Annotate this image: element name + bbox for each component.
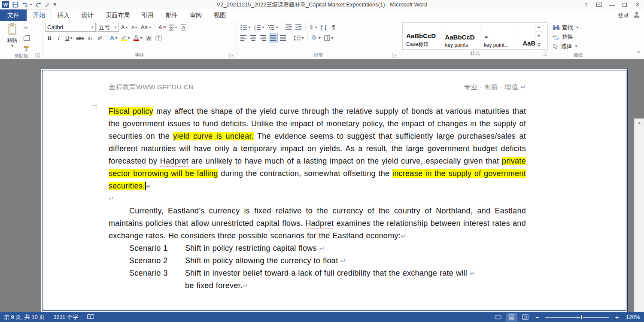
tab-视图[interactable]: 视图	[208, 9, 232, 21]
bold-button[interactable]: B	[45, 33, 54, 43]
save-button[interactable]	[12, 2, 18, 8]
borders-button[interactable]	[323, 33, 335, 43]
print-layout-button[interactable]	[506, 313, 517, 322]
styles-scroll-up-button[interactable]	[535, 23, 542, 32]
increase-indent-button[interactable]	[294, 23, 303, 32]
shrink-font-button[interactable]: A	[130, 23, 139, 32]
zoom-slider-thumb[interactable]	[580, 315, 583, 320]
replace-button[interactable]: ab 替换	[553, 32, 604, 41]
paste-dropdown-icon[interactable]	[11, 45, 14, 47]
copy-button[interactable]	[24, 34, 29, 43]
word-count-indicator[interactable]: 3211 个字	[53, 313, 78, 321]
find-button[interactable]: 查找	[553, 23, 604, 32]
scenario-row[interactable]: Scenario 1Shift in policy restricting ca…	[109, 242, 526, 255]
font-family-combo[interactable]: Calibri	[45, 23, 96, 32]
italic-button[interactable]: I	[55, 33, 63, 43]
scroll-up-button[interactable]	[635, 118, 644, 127]
maximize-button[interactable]	[618, 0, 631, 9]
tab-邮件[interactable]: 邮件	[160, 9, 184, 21]
page-number-indicator[interactable]: 第 9 页, 共 10 页	[4, 313, 45, 321]
zoom-out-button[interactable]: −	[533, 314, 541, 321]
style-item[interactable]: ➢key point...	[480, 23, 519, 49]
paragraph-mark: ↵	[243, 282, 248, 289]
undo-button[interactable]	[22, 2, 32, 7]
shading-button[interactable]	[310, 33, 322, 43]
tab-设计[interactable]: 设计	[76, 9, 100, 21]
styles-more-button[interactable]	[535, 41, 542, 49]
change-case-button[interactable]: Aa	[140, 23, 152, 32]
tab-开始[interactable]: 开始	[27, 9, 52, 21]
superscript-button[interactable]: x²	[95, 33, 104, 43]
ribbon-tab-list: 开始插入设计页面布局引用邮件审阅视图	[27, 9, 232, 21]
paragraph[interactable]: Fiscal policy may affect the shape of th…	[109, 105, 526, 192]
asian-layout-button[interactable]: 文	[308, 23, 319, 32]
ribbon-display-options-button[interactable]	[592, 0, 605, 9]
collapse-ribbon-button[interactable]	[638, 48, 640, 55]
customize-qat-button[interactable]	[53, 3, 56, 6]
style-item[interactable]: AaBbCcDkey points	[441, 23, 480, 49]
zoom-in-button[interactable]: +	[613, 314, 621, 321]
paste-button[interactable]: 粘贴	[2, 22, 22, 53]
document-page[interactable]: 金程教育WWW.GFEDU.CN 专业 · 创新 · 增值 ↵ Fiscal p…	[41, 69, 628, 312]
font-color-button[interactable]: A	[132, 33, 144, 43]
grow-font-button[interactable]: A	[120, 23, 129, 32]
tab-引用[interactable]: 引用	[136, 9, 160, 21]
style-item[interactable]: AaBbCcDCase标题	[403, 23, 441, 49]
numbering-button[interactable]: 123	[253, 23, 266, 32]
format-painter-button[interactable]	[24, 44, 29, 53]
enclose-characters-button[interactable]: 字	[154, 33, 163, 43]
distribute-button[interactable]	[279, 33, 288, 43]
web-layout-button[interactable]	[519, 313, 531, 322]
font-size-combo[interactable]: 五号	[97, 23, 119, 32]
paragraph[interactable]: ↵	[109, 192, 526, 205]
tab-file[interactable]: 文件	[0, 9, 27, 21]
font-dialog-launcher[interactable]: ↘	[229, 53, 234, 58]
tab-页面布局[interactable]: 页面布局	[100, 9, 136, 21]
scenario-row[interactable]: Scenario 2Shift in policy allowing the c…	[109, 255, 526, 267]
align-right-button[interactable]	[259, 33, 268, 43]
character-border-button[interactable]: A	[179, 23, 188, 32]
text-highlight-button[interactable]	[120, 33, 131, 43]
align-left-button[interactable]	[239, 33, 248, 43]
paragraph[interactable]: Currently, Eastland’s currency is fixed …	[109, 205, 526, 242]
proofing-status-icon[interactable]	[87, 314, 94, 321]
vertical-scrollbar[interactable]	[634, 118, 644, 322]
styles-dialog-launcher[interactable]: ↘	[543, 51, 547, 56]
text-effects-button[interactable]: A	[109, 33, 118, 43]
decrease-indent-button[interactable]	[284, 23, 293, 32]
underline-button[interactable]: U	[64, 33, 74, 43]
help-button[interactable]: ?	[580, 0, 592, 9]
strikethrough-button[interactable]: abc	[75, 33, 85, 43]
scenario-row[interactable]: Scenario 3Shift in investor belief towar…	[109, 267, 526, 292]
document-body[interactable]: Fiscal policy may affect the shape of th…	[109, 105, 526, 292]
select-button[interactable]: 选择	[553, 42, 604, 51]
tab-插入[interactable]: 插入	[52, 9, 76, 21]
paragraph-dialog-launcher[interactable]: ↘	[392, 53, 397, 58]
zoom-level-indicator[interactable]: 120%	[623, 314, 640, 320]
redo-button[interactable]	[36, 2, 41, 7]
cut-button[interactable]: ✂	[24, 24, 29, 32]
character-shading-button[interactable]: A	[145, 33, 153, 43]
sort-button[interactable]: AZ	[319, 23, 328, 32]
undo-dropdown-icon[interactable]	[30, 4, 32, 6]
bullets-button[interactable]	[239, 23, 252, 32]
show-hide-marks-button[interactable]: ¶	[329, 23, 338, 32]
line-spacing-button[interactable]	[292, 33, 305, 43]
subscript-button[interactable]: x₂	[86, 33, 94, 43]
minimize-button[interactable]: —	[605, 0, 618, 9]
phonetic-guide-button[interactable]: wén文	[168, 23, 179, 32]
account-avatar[interactable]	[633, 11, 641, 20]
clipboard-dialog-launcher[interactable]: ↘	[35, 53, 40, 58]
align-center-button[interactable]	[249, 33, 258, 43]
ink-pen-button[interactable]	[45, 2, 50, 7]
close-button[interactable]: ×	[631, 0, 644, 9]
styles-scroll-down-button[interactable]	[535, 32, 542, 41]
multilevel-list-button[interactable]	[267, 23, 279, 32]
signin-link[interactable]: 登录	[618, 12, 629, 19]
tab-审阅[interactable]: 审阅	[184, 9, 208, 21]
justify-button[interactable]	[269, 33, 278, 43]
style-item[interactable]: AaB	[519, 23, 535, 49]
clear-formatting-button[interactable]: A	[157, 23, 167, 32]
zoom-slider[interactable]	[545, 317, 609, 318]
read-mode-button[interactable]	[492, 313, 504, 322]
